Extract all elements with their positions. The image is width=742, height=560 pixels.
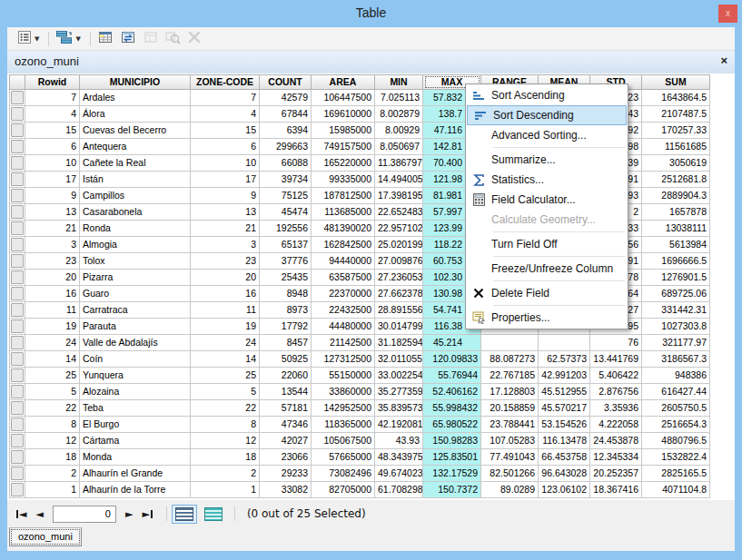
cell-sum[interactable]: 1657878 <box>642 204 710 221</box>
cell-max[interactable]: 120.09833 <box>423 351 481 368</box>
cell-count[interactable]: 39734 <box>260 172 312 188</box>
cell-min[interactable]: 27.662378 <box>375 286 423 302</box>
cell-min[interactable]: 7.025113 <box>375 90 423 106</box>
cell-mean[interactable] <box>539 335 590 351</box>
cell-rowid[interactable]: 1 <box>25 482 80 498</box>
cell-std[interactable]: 2.876756 <box>590 384 642 400</box>
cell-zone-code[interactable]: 15 <box>191 123 260 139</box>
cell-mean[interactable]: 45.512955 <box>539 384 590 400</box>
cell-rowid[interactable]: 19 <box>25 319 80 335</box>
cell-count[interactable]: 45474 <box>260 204 312 221</box>
cell-sum[interactable]: 1696666.5 <box>642 253 710 270</box>
cell-mean[interactable]: 53.154526 <box>539 417 590 433</box>
cell-zone-code[interactable]: 16 <box>191 286 260 302</box>
row-selector[interactable] <box>9 466 25 482</box>
cell-area[interactable]: 21142500 <box>312 335 375 351</box>
cell-rowid[interactable]: 3 <box>25 237 80 253</box>
menu-item-sort-descending[interactable]: Sort Descending <box>467 105 627 125</box>
cell-std[interactable]: 76 <box>590 335 642 351</box>
cell-zone-code[interactable]: 5 <box>191 384 260 400</box>
last-record-button[interactable]: ► <box>142 508 152 520</box>
cell-min[interactable]: 43.93 <box>375 433 423 449</box>
row-selector[interactable] <box>9 106 25 123</box>
menu-item-advanced-sorting[interactable]: Advanced Sorting... <box>466 125 628 145</box>
cell-rowid[interactable]: 2 <box>25 466 80 482</box>
row-selector[interactable] <box>9 172 25 188</box>
column-header-municipio[interactable]: MUNICIPIO <box>80 74 191 90</box>
cell-area[interactable]: 82705000 <box>312 482 375 498</box>
cell-rowid[interactable]: 14 <box>25 351 80 368</box>
cell-zone-code[interactable]: 14 <box>191 351 260 368</box>
cell-municipio[interactable]: Tolox <box>80 253 191 270</box>
row-selector[interactable] <box>9 123 25 139</box>
cell-count[interactable]: 47346 <box>260 417 312 433</box>
cell-count[interactable]: 8973 <box>260 302 312 319</box>
cell-municipio[interactable]: Yunquera <box>80 368 191 384</box>
cell-rowid[interactable]: 7 <box>25 90 80 106</box>
cell-area[interactable]: 187812500 <box>312 188 375 204</box>
cell-area[interactable]: 106447500 <box>312 90 375 106</box>
cell-count[interactable]: 37776 <box>260 253 312 270</box>
row-selector[interactable] <box>9 155 25 172</box>
cell-sum[interactable]: 11561685 <box>642 139 710 155</box>
cell-municipio[interactable]: Cuevas del Becerro <box>80 123 191 139</box>
cell-min[interactable]: 8.050697 <box>375 139 423 155</box>
cell-area[interactable]: 15985000 <box>312 123 375 139</box>
previous-record-button[interactable]: ◄ <box>35 508 43 520</box>
cell-sum[interactable]: 321177.97 <box>642 335 710 351</box>
cell-sum[interactable]: 331442.31 <box>642 302 710 319</box>
cell-municipio[interactable]: Álora <box>80 106 191 123</box>
cell-count[interactable]: 17792 <box>260 319 312 335</box>
cell-zone-code[interactable]: 23 <box>191 253 260 270</box>
cell-municipio[interactable]: El Burgo <box>80 417 191 433</box>
cell-rowid[interactable]: 15 <box>25 123 80 139</box>
cell-municipio[interactable]: Pizarra <box>80 270 191 286</box>
cell-rowid[interactable]: 17 <box>25 172 80 188</box>
cell-std[interactable]: 5.406422 <box>590 368 642 384</box>
cell-max[interactable]: 52.406162 <box>423 384 481 400</box>
cell-min[interactable]: 49.674023 <box>375 466 423 482</box>
cell-min[interactable]: 14.494005 <box>375 172 423 188</box>
related-tables-button[interactable]: ▼ <box>54 28 83 50</box>
cell-range[interactable] <box>481 335 539 351</box>
cell-area[interactable]: 162842500 <box>312 237 375 253</box>
cell-count[interactable]: 65137 <box>260 237 312 253</box>
cell-rowid[interactable]: 10 <box>25 155 80 172</box>
cell-count[interactable]: 8457 <box>260 335 312 351</box>
cell-sum[interactable]: 689725.06 <box>642 286 710 302</box>
cell-rowid[interactable]: 4 <box>25 106 80 123</box>
cell-rowid[interactable]: 25 <box>25 368 80 384</box>
cell-range[interactable]: 22.767185 <box>481 368 539 384</box>
cell-max[interactable]: 125.83501 <box>423 449 481 466</box>
column-header-rowid[interactable]: Rowid <box>25 74 80 90</box>
cell-zone-code[interactable]: 4 <box>191 106 260 123</box>
cell-max[interactable]: 45.214 <box>423 335 481 351</box>
cell-zone-code[interactable]: 7 <box>191 90 260 106</box>
cell-count[interactable]: 75125 <box>260 188 312 204</box>
show-selected-records-button[interactable] <box>201 505 226 524</box>
select-by-attributes-button[interactable] <box>95 28 116 50</box>
cell-std[interactable]: 20.252357 <box>590 466 642 482</box>
record-number-input[interactable] <box>53 506 116 523</box>
cell-area[interactable]: 165220000 <box>312 155 375 172</box>
cell-area[interactable]: 99335000 <box>312 172 375 188</box>
row-selector[interactable] <box>9 270 25 286</box>
cell-mean[interactable]: 123.06102 <box>539 482 590 498</box>
cell-area[interactable]: 142952500 <box>312 400 375 417</box>
column-header-min[interactable]: MIN <box>375 74 423 90</box>
cell-count[interactable]: 25435 <box>260 270 312 286</box>
cell-municipio[interactable]: Istán <box>80 172 191 188</box>
cell-municipio[interactable]: Ronda <box>80 221 191 237</box>
cell-count[interactable]: 67844 <box>260 106 312 123</box>
cell-area[interactable]: 94440000 <box>312 253 375 270</box>
cell-municipio[interactable]: Alhaurín el Grande <box>80 466 191 482</box>
cell-municipio[interactable]: Alhaurín de la Torre <box>80 482 191 498</box>
cell-zone-code[interactable]: 8 <box>191 417 260 433</box>
cell-rowid[interactable]: 23 <box>25 253 80 270</box>
cell-zone-code[interactable]: 11 <box>191 302 260 319</box>
row-selector[interactable] <box>9 188 25 204</box>
cell-mean[interactable]: 116.13478 <box>539 433 590 449</box>
cell-area[interactable]: 22370000 <box>312 286 375 302</box>
cell-max[interactable]: 150.7372 <box>423 482 481 498</box>
cell-range[interactable]: 89.0289 <box>481 482 539 498</box>
